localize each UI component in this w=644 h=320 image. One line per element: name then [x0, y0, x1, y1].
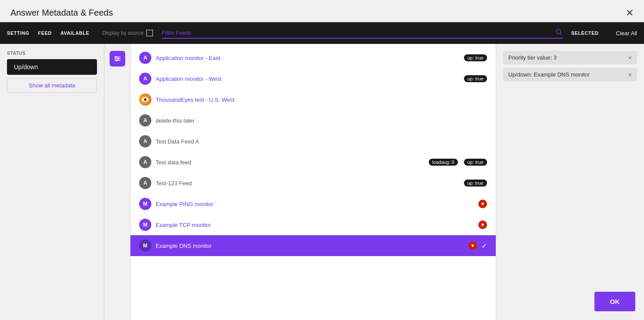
- search-icon-button[interactable]: [556, 29, 563, 37]
- feed-icon-panel: [104, 44, 130, 320]
- list-item[interactable]: ATest-123 Feedup: true: [130, 173, 496, 193]
- selected-tag: Priority tier value: 3×: [503, 51, 637, 64]
- list-item[interactable]: Adelete-this-later: [130, 110, 496, 131]
- sliders-icon: [113, 55, 121, 63]
- item-name: Test-123 Feed: [156, 180, 458, 187]
- sidebar: STATUS Up/down Show all metadata: [0, 44, 104, 320]
- ok-button[interactable]: OK: [594, 292, 636, 311]
- list-item[interactable]: MExample TCP monitor▼: [130, 214, 496, 235]
- list-item[interactable]: ThousandEyes test - U.S. West: [130, 89, 496, 110]
- warning-icon: ▼: [468, 241, 477, 250]
- list-item[interactable]: ATest Data Feed A: [130, 131, 496, 152]
- avatar: A: [139, 156, 151, 168]
- badge: up: true: [464, 75, 487, 82]
- clear-all-button[interactable]: Clear All: [616, 30, 637, 37]
- list-item[interactable]: AApplication monitor - Eastup: true: [130, 47, 496, 68]
- item-name: Example TCP monitor: [156, 222, 474, 228]
- close-button[interactable]: ✕: [626, 8, 634, 18]
- svg-point-6: [117, 58, 119, 60]
- badge: loadavg: 0: [429, 159, 458, 166]
- content-area: STATUS Up/down Show all metadata AApplic…: [0, 44, 644, 320]
- te-avatar: [139, 93, 151, 106]
- selected-tag: Up/down: Example DNS monitor×: [503, 68, 637, 81]
- badge: up: true: [464, 159, 487, 166]
- search-icon: [556, 29, 563, 36]
- avatar: A: [139, 52, 151, 64]
- avatar: A: [139, 135, 151, 147]
- svg-point-5: [115, 56, 117, 58]
- status-label: STATUS: [7, 51, 97, 56]
- selected-tag-text: Up/down: Example DNS monitor: [508, 71, 590, 78]
- item-name: ThousandEyes test - U.S. West: [156, 97, 487, 103]
- selected-checkmark: ✓: [481, 242, 487, 250]
- modal: Answer Metadata & Feeds ✕ SETTING FEED A…: [0, 0, 644, 320]
- filter-feeds-input[interactable]: [162, 28, 562, 39]
- modal-title: Answer Metadata & Feeds: [10, 8, 113, 18]
- setting-label: SETTING: [7, 30, 30, 36]
- item-name: Example DNS monitor: [156, 243, 464, 249]
- available-list: AApplication monitor - Eastup: trueAAppl…: [130, 44, 496, 320]
- list-item[interactable]: MExample PING monitor▼: [130, 193, 496, 214]
- list-item[interactable]: AApplication monitor - Westup: true: [130, 68, 496, 89]
- item-name: Example PING monitor: [156, 201, 474, 207]
- remove-tag-button[interactable]: ×: [628, 55, 632, 61]
- feed-filter-icon-button[interactable]: [110, 51, 125, 67]
- selected-tag-text: Priority tier value: 3: [508, 54, 557, 61]
- avatar: M: [139, 219, 151, 231]
- badge: up: true: [464, 180, 487, 187]
- toolbar: SETTING FEED AVAILABLE Display by source…: [0, 22, 644, 44]
- item-name: Application monitor - West: [156, 76, 458, 82]
- avatar: A: [139, 73, 151, 85]
- filter-container: [162, 28, 562, 39]
- remove-tag-button[interactable]: ×: [628, 72, 632, 78]
- badge: up: true: [464, 54, 487, 61]
- avatar: A: [139, 177, 151, 189]
- display-by-checkbox[interactable]: [146, 30, 153, 37]
- modal-header: Answer Metadata & Feeds ✕: [0, 0, 644, 22]
- item-name: Application monitor - East: [156, 55, 458, 61]
- avatar: M: [139, 240, 151, 252]
- display-by-source: Display by source: [102, 30, 153, 37]
- up-down-button[interactable]: Up/down: [7, 59, 97, 75]
- item-name: Test data feed: [156, 159, 423, 166]
- selected-panel: Priority tier value: 3×Up/down: Example …: [496, 44, 644, 320]
- item-name: Test Data Feed A: [156, 138, 487, 145]
- svg-line-1: [560, 33, 562, 35]
- feed-label: FEED: [38, 30, 52, 36]
- avatar: M: [139, 198, 151, 210]
- ok-button-container: OK: [594, 292, 636, 311]
- avatar: A: [139, 114, 151, 127]
- svg-point-7: [116, 60, 117, 61]
- display-by-text: Display by source: [102, 30, 143, 36]
- warning-icon: ▼: [478, 220, 487, 229]
- list-item[interactable]: MExample DNS monitor▼✓: [130, 235, 496, 256]
- list-item[interactable]: ATest data feedloadavg: 0up: true: [130, 152, 496, 173]
- show-all-metadata-button[interactable]: Show all metadata: [7, 78, 97, 93]
- item-name: delete-this-later: [156, 117, 487, 124]
- selected-label: SELECTED: [571, 30, 599, 36]
- warning-icon: ▼: [478, 200, 487, 208]
- available-label: AVAILABLE: [60, 30, 89, 36]
